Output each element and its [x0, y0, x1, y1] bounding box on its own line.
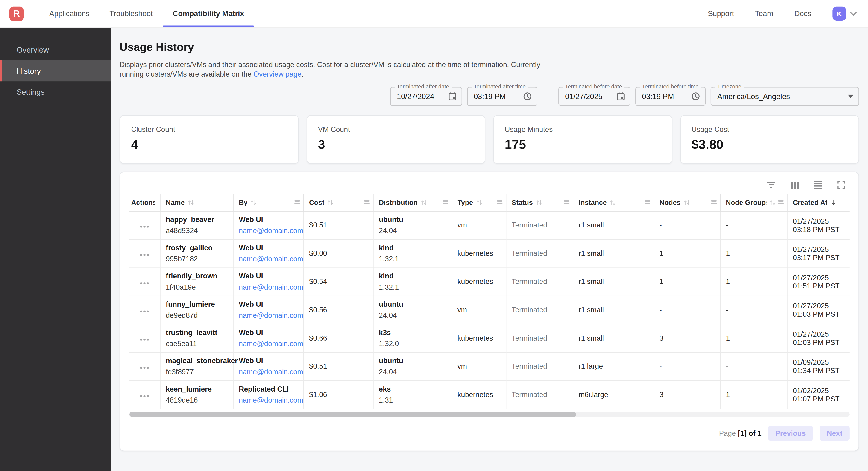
overview-page-link[interactable]: Overview page [254, 70, 302, 78]
table-row: friendly_brown1f40a19e Web UIname@domain… [129, 267, 849, 296]
sidebar-item-overview[interactable]: Overview [0, 39, 111, 60]
fullscreen-toolbar-button[interactable] [837, 181, 845, 189]
previous-page-button[interactable]: Previous [768, 425, 813, 440]
node-groups-value: - [726, 221, 728, 229]
filter-field-terminated-after-time[interactable]: Terminated after time03:19 PM [467, 87, 537, 106]
cost-value: $0.54 [309, 277, 327, 286]
column-menu-icon [778, 201, 783, 204]
cost-value: $0.56 [309, 305, 327, 314]
distribution-name: kind [379, 270, 446, 282]
cluster-name: magical_stonebraker [166, 355, 227, 366]
row-actions-button[interactable] [140, 282, 149, 284]
created-time: 01:51 PM PST [793, 282, 844, 290]
filter-field-terminated-before-date[interactable]: Terminated before date01/27/2025 [558, 87, 630, 106]
nav-link-team[interactable]: Team [755, 9, 773, 18]
filter-field-terminated-after-date[interactable]: Terminated after date10/27/2024 [390, 87, 462, 106]
column-header-name[interactable]: Name [160, 194, 233, 211]
nav-link-support[interactable]: Support [708, 9, 734, 18]
nodes-value: - [659, 305, 662, 314]
scrollbar-thumb[interactable] [129, 412, 576, 417]
filter-toolbar-button[interactable] [767, 182, 776, 188]
creator-email-link[interactable]: name@domain.com [239, 338, 298, 349]
cluster-id: 4819de16 [166, 394, 227, 406]
row-actions-button[interactable] [140, 367, 149, 369]
filter-field-timezone[interactable]: TimezoneAmerica/Los_Angeles [711, 87, 859, 106]
row-actions-button[interactable] [140, 226, 149, 228]
distribution-version: 1.32.0 [379, 338, 446, 349]
row-actions-button[interactable] [140, 254, 149, 256]
column-header-nodes[interactable]: Nodes [654, 194, 720, 211]
stat-card-cluster-count: Cluster Count4 [120, 115, 299, 164]
horizontal-scrollbar[interactable] [129, 412, 849, 417]
nav-tab-applications[interactable]: Applications [39, 0, 99, 27]
nodes-value: 1 [659, 249, 663, 257]
replicated-logo[interactable]: R [9, 6, 24, 21]
columns-toolbar-button[interactable] [791, 181, 799, 188]
distribution-version: 1.32.1 [379, 282, 446, 293]
cost-value: $0.51 [309, 362, 327, 370]
next-page-button[interactable]: Next [819, 425, 849, 440]
density-toolbar-button[interactable] [814, 181, 823, 189]
creator-email-link[interactable]: name@domain.com [239, 366, 298, 377]
creator-email-link[interactable]: name@domain.com [239, 253, 298, 264]
calendar-icon [616, 92, 625, 101]
creator-email-link[interactable]: name@domain.com [239, 282, 298, 293]
usage-table-card: ActionsNameByCostDistributionTypeStatusI… [120, 172, 859, 451]
cluster-name: funny_lumiere [166, 299, 227, 310]
distribution-name: ubuntu [379, 214, 446, 225]
pagination: Page [1] of 1 Previous Next [129, 425, 849, 440]
table-header-row: ActionsNameByCostDistributionTypeStatusI… [129, 194, 849, 211]
columns-icon [791, 181, 799, 188]
column-header-node-groups[interactable]: Node Groups [720, 194, 787, 211]
node-groups-value: 1 [726, 334, 730, 342]
stat-label: VM Count [318, 125, 474, 134]
creator-email-link[interactable]: name@domain.com [239, 310, 298, 321]
column-header-status[interactable]: Status [506, 194, 573, 211]
row-actions-button[interactable] [140, 395, 149, 397]
sidebar-item-history[interactable]: History [0, 60, 111, 81]
table-row: keen_lumiere4819de16 Replicated CLIname@… [129, 380, 849, 409]
row-actions-button[interactable] [140, 338, 149, 340]
column-header-created-at[interactable]: Created At [787, 194, 849, 211]
cluster-name: happy_beaver [166, 214, 227, 225]
cluster-id: fe3f8977 [166, 366, 227, 377]
column-header-actions[interactable]: Actions [129, 194, 160, 211]
table-row: magical_stonebrakerfe3f8977 Web UIname@d… [129, 352, 849, 380]
column-header-by[interactable]: By [233, 194, 303, 211]
created-by: Web UI [239, 299, 298, 310]
created-by: Web UI [239, 270, 298, 282]
column-header-distribution[interactable]: Distribution [373, 194, 452, 211]
table-row: happy_beavera48d9324 Web UIname@domain.c… [129, 211, 849, 239]
column-header-instance[interactable]: Instance [573, 194, 654, 211]
column-label: Nodes [659, 199, 681, 206]
stats-cards: Cluster Count4VM Count3Usage Minutes175U… [120, 115, 859, 164]
main-content: Usage History Displays prior clusters/VM… [111, 28, 868, 471]
node-groups-value: 1 [726, 249, 730, 257]
column-menu-icon [364, 201, 370, 204]
clock-icon [523, 92, 532, 101]
status-badge: Terminated [512, 390, 547, 399]
filter-field-terminated-before-time[interactable]: Terminated before time03:19 PM [636, 87, 706, 106]
stat-card-vm-count: VM Count3 [306, 115, 485, 164]
column-header-cost[interactable]: Cost [303, 194, 373, 211]
creator-email-link[interactable]: name@domain.com [239, 394, 298, 406]
nav-tab-troubleshoot[interactable]: Troubleshoot [99, 0, 163, 27]
user-avatar[interactable]: K [832, 7, 846, 21]
nav-tab-compatibility-matrix[interactable]: Compatibility Matrix [163, 0, 254, 27]
type-value: kubernetes [458, 334, 493, 342]
field-value: America/Los_Angeles [717, 92, 790, 100]
creator-email-link[interactable]: name@domain.com [239, 225, 298, 236]
nav-link-docs[interactable]: Docs [794, 9, 811, 18]
sidebar-item-settings[interactable]: Settings [0, 81, 111, 102]
account-menu-toggle[interactable] [850, 11, 857, 16]
sort-arrows-icon [683, 199, 690, 206]
dropdown-icon [848, 95, 854, 98]
column-header-type[interactable]: Type [452, 194, 506, 211]
sidebar-item-label: Settings [17, 88, 45, 96]
row-actions-button[interactable] [140, 311, 149, 312]
top-navigation: R ApplicationsTroubleshootCompatibility … [0, 0, 868, 28]
column-menu-icon [711, 201, 716, 204]
description-period: . [302, 70, 304, 78]
sort-arrows-icon [421, 199, 427, 206]
page-value: [1] of 1 [738, 429, 761, 437]
